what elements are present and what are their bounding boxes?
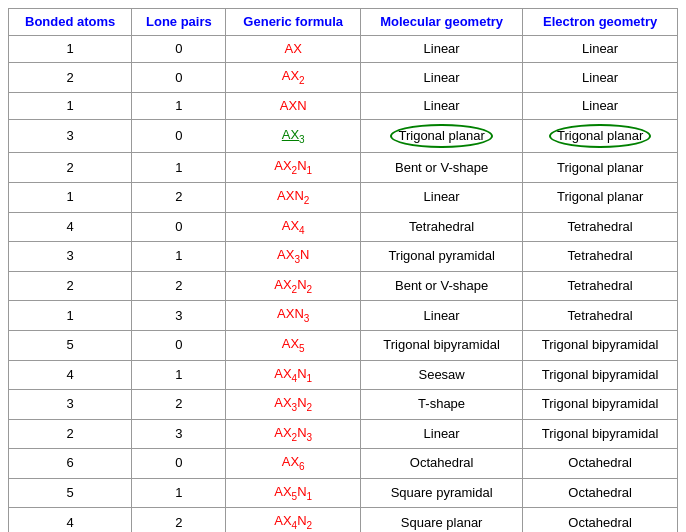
header-generic-formula: Generic formula (226, 9, 361, 36)
vsepr-table: Bonded atoms Lone pairs Generic formula … (8, 8, 678, 532)
cell-molecular-geometry: Trigonal bipyramidal (361, 330, 523, 360)
cell-generic-formula: AX3 (226, 120, 361, 153)
cell-lone-pairs: 0 (132, 212, 226, 242)
cell-generic-formula: AXN2 (226, 182, 361, 212)
cell-lone-pairs: 1 (132, 360, 226, 390)
cell-generic-formula: AX2 (226, 63, 361, 93)
cell-lone-pairs: 3 (132, 419, 226, 449)
cell-electron-geometry: Trigonal planar (523, 182, 678, 212)
cell-molecular-geometry: Octahedral (361, 449, 523, 479)
cell-electron-geometry: Linear (523, 36, 678, 63)
cell-electron-geometry: Octahedral (523, 508, 678, 532)
cell-molecular-geometry: Bent or V-shape (361, 153, 523, 183)
cell-lone-pairs: 1 (132, 153, 226, 183)
table-row: 22AX2N2Bent or V-shapeTetrahedral (9, 271, 678, 301)
cell-molecular-geometry: Trigonal planar (361, 120, 523, 153)
cell-lone-pairs: 0 (132, 330, 226, 360)
cell-lone-pairs: 2 (132, 182, 226, 212)
table-row: 12AXN2LinearTrigonal planar (9, 182, 678, 212)
cell-molecular-geometry: Square planar (361, 508, 523, 532)
cell-lone-pairs: 2 (132, 271, 226, 301)
cell-molecular-geometry: Trigonal pyramidal (361, 242, 523, 272)
cell-lone-pairs: 1 (132, 92, 226, 119)
cell-bonded-atoms: 5 (9, 330, 132, 360)
cell-bonded-atoms: 3 (9, 120, 132, 153)
table-row: 23AX2N3LinearTrigonal bipyramidal (9, 419, 678, 449)
cell-bonded-atoms: 2 (9, 419, 132, 449)
cell-lone-pairs: 1 (132, 242, 226, 272)
cell-lone-pairs: 3 (132, 301, 226, 331)
cell-lone-pairs: 1 (132, 478, 226, 508)
cell-molecular-geometry: Linear (361, 419, 523, 449)
table-row: 13AXN3LinearTetrahedral (9, 301, 678, 331)
cell-generic-formula: AX3N2 (226, 390, 361, 420)
header-bonded-atoms: Bonded atoms (9, 9, 132, 36)
table-row: 60AX6OctahedralOctahedral (9, 449, 678, 479)
cell-bonded-atoms: 1 (9, 36, 132, 63)
table-row: 41AX4N1SeesawTrigonal bipyramidal (9, 360, 678, 390)
cell-molecular-geometry: Linear (361, 182, 523, 212)
cell-generic-formula: AX3N (226, 242, 361, 272)
table-row: 32AX3N2T-shapeTrigonal bipyramidal (9, 390, 678, 420)
cell-molecular-geometry: Linear (361, 301, 523, 331)
cell-electron-geometry: Trigonal planar (523, 120, 678, 153)
cell-electron-geometry: Trigonal bipyramidal (523, 419, 678, 449)
cell-lone-pairs: 0 (132, 63, 226, 93)
cell-bonded-atoms: 2 (9, 153, 132, 183)
cell-electron-geometry: Trigonal bipyramidal (523, 330, 678, 360)
cell-bonded-atoms: 3 (9, 242, 132, 272)
cell-bonded-atoms: 1 (9, 182, 132, 212)
cell-generic-formula: AXN3 (226, 301, 361, 331)
cell-generic-formula: AX5 (226, 330, 361, 360)
cell-generic-formula: AX2N1 (226, 153, 361, 183)
table-row: 40AX4TetrahedralTetrahedral (9, 212, 678, 242)
cell-generic-formula: AX5N1 (226, 478, 361, 508)
header-electron-geometry: Electron geometry (523, 9, 678, 36)
cell-electron-geometry: Trigonal bipyramidal (523, 360, 678, 390)
cell-molecular-geometry: Linear (361, 63, 523, 93)
cell-electron-geometry: Octahedral (523, 478, 678, 508)
cell-generic-formula: AX2N3 (226, 419, 361, 449)
cell-lone-pairs: 0 (132, 36, 226, 63)
cell-molecular-geometry: Seesaw (361, 360, 523, 390)
table-body: 10AXLinearLinear20AX2LinearLinear11AXNLi… (9, 36, 678, 532)
cell-generic-formula: AX4N2 (226, 508, 361, 532)
cell-generic-formula: AX4 (226, 212, 361, 242)
cell-bonded-atoms: 1 (9, 92, 132, 119)
cell-bonded-atoms: 3 (9, 390, 132, 420)
cell-generic-formula: AX6 (226, 449, 361, 479)
table-row: 21AX2N1Bent or V-shapeTrigonal planar (9, 153, 678, 183)
cell-bonded-atoms: 5 (9, 478, 132, 508)
cell-electron-geometry: Tetrahedral (523, 242, 678, 272)
cell-molecular-geometry: Square pyramidal (361, 478, 523, 508)
cell-bonded-atoms: 2 (9, 271, 132, 301)
header-molecular-geometry: Molecular geometry (361, 9, 523, 36)
table-row: 51AX5N1Square pyramidalOctahedral (9, 478, 678, 508)
table-row: 11AXNLinearLinear (9, 92, 678, 119)
cell-bonded-atoms: 2 (9, 63, 132, 93)
cell-electron-geometry: Octahedral (523, 449, 678, 479)
cell-bonded-atoms: 4 (9, 508, 132, 532)
cell-lone-pairs: 0 (132, 449, 226, 479)
cell-generic-formula: AXN (226, 92, 361, 119)
cell-electron-geometry: Tetrahedral (523, 212, 678, 242)
cell-molecular-geometry: Tetrahedral (361, 212, 523, 242)
cell-electron-geometry: Trigonal bipyramidal (523, 390, 678, 420)
cell-generic-formula: AX4N1 (226, 360, 361, 390)
cell-lone-pairs: 2 (132, 508, 226, 532)
cell-bonded-atoms: 6 (9, 449, 132, 479)
table-row: 31AX3NTrigonal pyramidalTetrahedral (9, 242, 678, 272)
cell-electron-geometry: Trigonal planar (523, 153, 678, 183)
cell-molecular-geometry: Bent or V-shape (361, 271, 523, 301)
table-row: 20AX2LinearLinear (9, 63, 678, 93)
cell-generic-formula: AX (226, 36, 361, 63)
table-row: 42AX4N2Square planarOctahedral (9, 508, 678, 532)
table-row: 50AX5Trigonal bipyramidalTrigonal bipyra… (9, 330, 678, 360)
table-row: 10AXLinearLinear (9, 36, 678, 63)
circled-elec-geo: Trigonal planar (549, 124, 651, 148)
cell-generic-formula: AX2N2 (226, 271, 361, 301)
cell-bonded-atoms: 1 (9, 301, 132, 331)
table-header-row: Bonded atoms Lone pairs Generic formula … (9, 9, 678, 36)
cell-molecular-geometry: Linear (361, 92, 523, 119)
cell-electron-geometry: Tetrahedral (523, 301, 678, 331)
